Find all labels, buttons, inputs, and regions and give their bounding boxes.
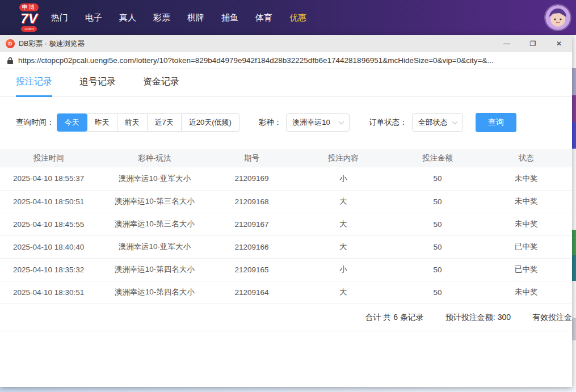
cell-play: 澳洲幸运10-第三名大小 [97, 190, 212, 213]
nav-item-chess[interactable]: 棋牌 [187, 12, 204, 23]
summary-expected-amount: 预计投注金额: 300 [445, 313, 511, 323]
background-fragment [572, 318, 576, 340]
lottery-select-value: 澳洲幸运10 [292, 117, 330, 128]
cell-issue: 21209169 [212, 167, 292, 190]
cell-time: 2025-04-10 18:55:37 [0, 167, 97, 190]
nav-item-sports[interactable]: 体育 [255, 12, 272, 23]
time-option-2[interactable]: 前天 [117, 113, 148, 132]
table-row: 2025-04-10 18:45:55澳洲幸运10-第三名大小21209167大… [0, 213, 572, 235]
order-status-select[interactable]: 全部状态 [412, 113, 463, 132]
records-thead-row: 投注时间彩种-玩法期号投注内容投注金额状态 [0, 149, 572, 167]
column-header: 期号 [212, 149, 292, 167]
cell-content: 大 [292, 235, 394, 258]
logo-main-text: 7V [20, 12, 37, 26]
records-tbody: 2025-04-10 18:55:37澳洲幸运10-亚军大小21209169小5… [0, 167, 572, 304]
filter-row: 查询时间： 今天昨天前天近7天近20天(低频) 彩种： 澳洲幸运10 订单状态：… [0, 113, 572, 132]
cell-amount: 50 [395, 258, 481, 281]
nav-item-hot[interactable]: 热门 [51, 12, 68, 23]
tab-fund-records[interactable]: 资金记录 [143, 76, 179, 96]
cell-amount: 50 [395, 190, 481, 213]
logo-com-text: .com [21, 26, 36, 32]
table-row: 2025-04-10 18:40:40澳洲幸运10-亚军大小21209166大5… [0, 235, 572, 258]
column-header: 状态 [481, 149, 572, 167]
nav-item-lottery[interactable]: 彩票 [153, 12, 170, 23]
chevron-down-icon [452, 119, 457, 124]
site-nav-items: 热门电子真人彩票棋牌捕鱼体育优惠 [51, 12, 306, 23]
maximize-button[interactable]: ❐ [520, 35, 546, 52]
cell-status: 已中奖 [481, 235, 572, 258]
cell-status: 未中奖 [481, 281, 572, 304]
background-fragment [572, 230, 576, 255]
cell-time: 2025-04-10 18:35:32 [0, 258, 97, 281]
cell-status: 已中奖 [481, 258, 572, 281]
background-bottom-strip [0, 387, 576, 392]
cell-issue: 21209165 [212, 258, 292, 281]
cell-status: 未中奖 [481, 213, 572, 235]
cell-issue: 21209167 [212, 213, 292, 235]
time-filter-label: 查询时间： [16, 117, 54, 128]
cell-time: 2025-04-10 18:40:40 [0, 235, 97, 258]
background-fragment [572, 255, 576, 281]
cell-time: 2025-04-10 18:50:51 [0, 190, 97, 213]
column-header: 彩种-玩法 [97, 149, 212, 167]
user-avatar[interactable] [545, 5, 570, 30]
tab-bet-records[interactable]: 投注记录 [16, 76, 52, 97]
cell-amount: 50 [395, 281, 481, 304]
browser-title: DB彩票 - 极速浏览器 [19, 39, 85, 49]
lottery-page-content: 投注记录追号记录资金记录 查询时间： 今天昨天前天近7天近20天(低频) 彩种：… [0, 69, 572, 387]
cell-issue: 21209168 [212, 190, 292, 213]
cell-play: 澳洲幸运10-第四名大小 [97, 281, 212, 304]
time-option-1[interactable]: 昨天 [87, 113, 117, 132]
table-row: 2025-04-10 18:55:37澳洲幸运10-亚军大小21209169小5… [0, 167, 572, 190]
summary-valid-amount: 有效投注金 [532, 313, 572, 323]
logo-top-text: 申博 [19, 3, 39, 11]
background-fragment [572, 95, 576, 122]
cell-content: 大 [292, 281, 394, 304]
record-tabs: 投注记录追号记录资金记录 [0, 69, 572, 97]
cell-content: 大 [292, 190, 394, 213]
browser-titlebar[interactable]: D DB彩票 - 极速浏览器 — ❐ ✕ [0, 35, 572, 52]
table-row: 2025-04-10 18:50:51澳洲幸运10-第三名大小21209168大… [0, 190, 572, 213]
cell-issue: 21209166 [212, 235, 292, 258]
site-logo[interactable]: 申博 7V .com [19, 3, 39, 32]
bet-records-table: 投注时间彩种-玩法期号投注内容投注金额状态 2025-04-10 18:55:3… [0, 149, 572, 304]
time-option-0[interactable]: 今天 [57, 113, 87, 132]
lock-icon [7, 57, 14, 65]
cell-issue: 21209164 [212, 281, 292, 304]
table-row: 2025-04-10 18:35:32澳洲幸运10-第四名大小21209165小… [0, 258, 572, 281]
chevron-down-icon [339, 119, 344, 124]
nav-item-fishing[interactable]: 捕鱼 [221, 12, 238, 23]
tab-chase-records[interactable]: 追号记录 [79, 76, 116, 96]
query-button[interactable]: 查询 [476, 113, 516, 132]
nav-item-promo[interactable]: 优惠 [289, 12, 306, 23]
address-bar[interactable]: https://ctopcp02pcali.uengi5e.com/lotter… [0, 52, 572, 69]
time-option-3[interactable]: 近7天 [147, 113, 182, 132]
lottery-select[interactable]: 澳洲幸运10 [286, 113, 350, 132]
browser-tab-icon: D [6, 39, 15, 48]
cell-content: 大 [292, 213, 394, 235]
nav-item-live[interactable]: 真人 [119, 12, 136, 23]
time-filter-group: 今天昨天前天近7天近20天(低频) [57, 113, 239, 132]
nav-item-electronic[interactable]: 电子 [85, 12, 102, 23]
background-right-sliver [572, 35, 576, 392]
cell-time: 2025-04-10 18:30:51 [0, 281, 97, 304]
lottery-filter-label: 彩种： [259, 117, 282, 128]
column-header: 投注内容 [292, 149, 394, 167]
column-header: 投注金额 [395, 149, 481, 167]
close-button[interactable]: ✕ [546, 35, 572, 52]
url-text[interactable]: https://ctopcp02pcali.uengi5e.com/lotter… [18, 56, 494, 65]
time-option-4[interactable]: 近20天(低频) [181, 113, 239, 132]
background-fragment [572, 68, 576, 95]
window-controls: — ❐ ✕ [494, 35, 572, 52]
cell-time: 2025-04-10 18:45:55 [0, 213, 97, 235]
browser-window: D DB彩票 - 极速浏览器 — ❐ ✕ https://ctopcp02pca… [0, 35, 572, 387]
cell-amount: 50 [395, 167, 481, 190]
avatar-icon [545, 5, 570, 30]
cell-play: 澳洲幸运10-第四名大小 [97, 258, 212, 281]
cell-content: 小 [292, 167, 394, 190]
cell-play: 澳洲幸运10-亚军大小 [97, 167, 212, 190]
minimize-button[interactable]: — [494, 35, 520, 52]
site-navbar: 申博 7V .com 热门电子真人彩票棋牌捕鱼体育优惠 [0, 0, 576, 35]
table-row: 2025-04-10 18:30:51澳洲幸运10-第四名大小21209164大… [0, 281, 572, 304]
cell-status: 未中奖 [481, 167, 572, 190]
